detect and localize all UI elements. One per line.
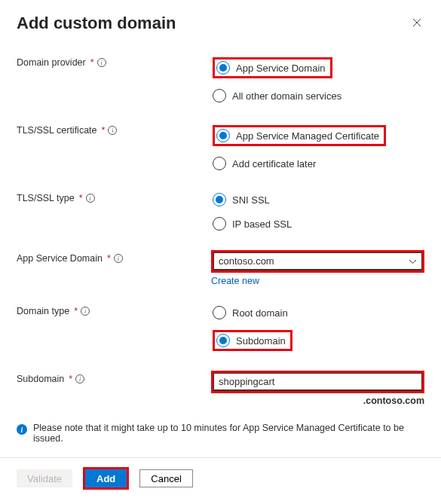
tls-type-label: TLS/SSL type* i <box>17 190 211 203</box>
info-icon[interactable]: i <box>108 126 117 135</box>
radio-label: App Service Managed Certificate <box>236 130 379 142</box>
domain-provider-label: Domain provider* i <box>17 54 211 68</box>
info-icon[interactable]: i <box>114 254 123 263</box>
input-value: shoppingcart <box>219 376 274 387</box>
radio-label: IP based SSL <box>232 218 292 230</box>
close-icon <box>412 18 421 27</box>
close-button[interactable] <box>409 15 424 32</box>
radio-label: Add certificate later <box>232 158 316 170</box>
info-icon: i <box>17 424 27 435</box>
tls-cert-later-radio[interactable] <box>213 157 226 170</box>
radio-label: All other domain services <box>232 90 341 102</box>
tls-type-ip-radio[interactable] <box>213 217 226 231</box>
select-value: contoso.com <box>219 255 274 267</box>
radio-label: Root domain <box>232 307 288 319</box>
tls-certificate-label: TLS/SSL certificate* i <box>17 122 211 136</box>
info-icon[interactable]: i <box>75 374 84 383</box>
page-title: Add custom domain <box>17 14 176 33</box>
app-service-domain-label: App Service Domain* i <box>17 250 211 264</box>
domain-type-label: Domain type* i <box>17 303 211 316</box>
chevron-down-icon <box>409 256 417 267</box>
domain-provider-other-radio[interactable] <box>213 89 226 102</box>
domain-type-subdomain-radio[interactable] <box>216 334 230 347</box>
radio-label: Subdomain <box>236 335 286 347</box>
info-icon[interactable]: i <box>97 58 106 67</box>
radio-label: App Service Domain <box>236 63 326 74</box>
validate-button[interactable]: Validate <box>17 469 72 487</box>
tls-cert-managed-radio[interactable] <box>216 129 230 142</box>
create-new-link[interactable]: Create new <box>211 276 259 286</box>
app-service-domain-select[interactable]: contoso.com <box>213 252 422 270</box>
note-text: Please note that it might take up to 10 … <box>33 423 424 444</box>
info-icon[interactable]: i <box>86 194 95 203</box>
subdomain-input[interactable]: shoppingcart <box>213 373 422 391</box>
domain-type-root-radio[interactable] <box>213 306 226 319</box>
radio-label: SNI SSL <box>232 194 270 206</box>
add-button[interactable]: Add <box>85 469 127 487</box>
info-icon[interactable]: i <box>81 307 90 316</box>
tls-type-sni-radio[interactable] <box>213 193 226 206</box>
domain-suffix: .contoso.com <box>211 396 424 406</box>
cancel-button[interactable]: Cancel <box>139 469 192 487</box>
domain-provider-app-service-radio[interactable] <box>216 61 230 75</box>
subdomain-label: Subdomain* i <box>17 371 211 384</box>
